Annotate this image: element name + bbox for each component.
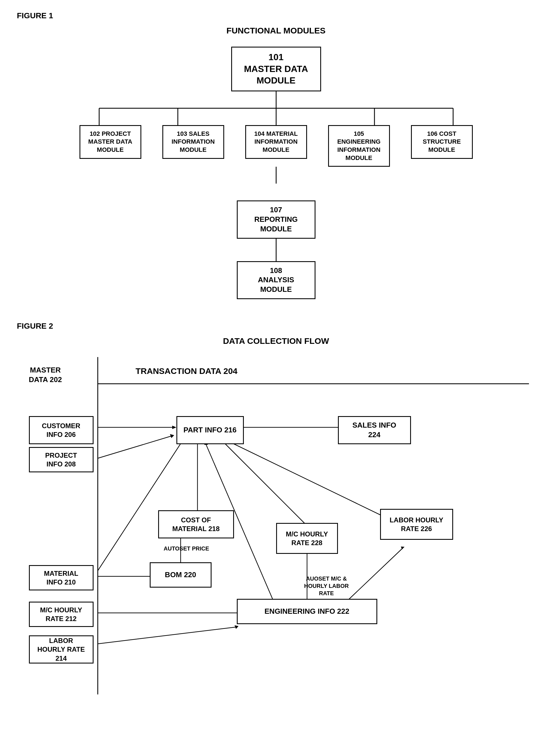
mc-hourly-rate-212-node: M/C HOURLYRATE 212 [29, 602, 94, 627]
analysis-module-box: 108ANALYSISMODULE [237, 261, 315, 299]
figure2-section-title: DATA COLLECTION FLOW [17, 336, 535, 346]
labor-hourly-rate-214-node: LABORHOURLY RATE214 [29, 635, 94, 663]
autoset-price-label: AUTOSET PRICE [164, 545, 209, 552]
auoset-mc-label: AUOSET M/C &HOURLY LABORRATE [304, 575, 349, 597]
svg-line-37 [98, 627, 237, 644]
cost-of-material-node: COST OFMATERIAL 218 [158, 510, 234, 538]
module-102: 102 PROJECTMASTER DATAMODULE [80, 125, 141, 159]
figure2-diagram: TRANSACTION DATA 204 MASTERDATA 202 CUST… [23, 357, 529, 694]
module-105: 105ENGINEERINGINFORMATIONMODULE [328, 125, 390, 167]
material-info-node: MATERIALINFO 210 [29, 565, 94, 590]
reporting-module-box: 107REPORTINGMODULE [237, 201, 315, 238]
bom-node: BOM 220 [150, 562, 212, 587]
customer-info-node: CUSTOMERINFO 206 [29, 416, 94, 444]
modules-row: 102 PROJECTMASTER DATAMODULE 103 SALESIN… [80, 125, 473, 167]
engineering-info-node: ENGINEERING INFO 222 [237, 599, 377, 624]
svg-marker-12 [172, 426, 176, 429]
project-info-node: PROJECTINFO 208 [29, 447, 94, 472]
module-104: 104 MATERIALINFORMATIONMODULE [245, 125, 307, 159]
part-info-node: PART INFO 216 [176, 416, 244, 444]
transaction-data-label: TRANSACTION DATA 204 [136, 365, 238, 376]
figure1-content: FUNCTIONAL MODULES 101MASTER DATAMODULE … [17, 26, 535, 299]
figure2: FIGURE 2 DATA COLLECTION FLOW [17, 322, 535, 694]
master-data-module-box: 101MASTER DATAMODULE [231, 47, 321, 91]
figure2-label: FIGURE 2 [17, 322, 535, 331]
svg-line-13 [98, 436, 172, 458]
labor-hourly-rate-226-node: LABOR HOURLYRATE 226 [380, 509, 453, 540]
mc-hourly-rate-228-node: M/C HOURLYRATE 228 [276, 523, 338, 554]
sales-info-node: SALES INFO224 [338, 416, 411, 444]
master-data-label: MASTERDATA 202 [29, 365, 62, 385]
module-103: 103 SALESINFORMATIONMODULE [162, 125, 224, 159]
svg-line-31 [347, 548, 403, 602]
figure1-section-title: FUNCTIONAL MODULES [227, 26, 325, 35]
svg-line-33 [220, 437, 397, 523]
figure1: FIGURE 1 FUNCTIONAL MODULES 101MASTER DA… [17, 11, 535, 299]
module-106: 106 COSTSTRUCTUREMODULE [411, 125, 473, 159]
figure1-label: FIGURE 1 [17, 11, 535, 20]
